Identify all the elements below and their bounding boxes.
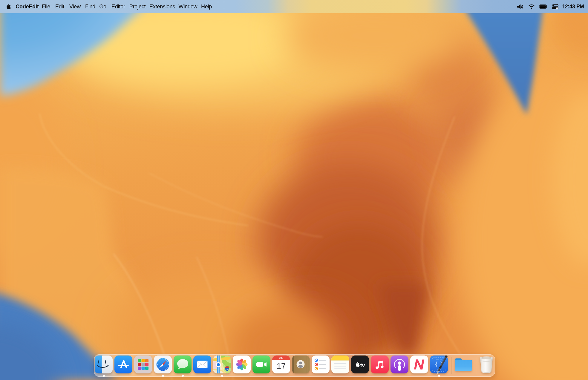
svg-text:JUL: JUL xyxy=(279,357,283,359)
svg-text:tv: tv xyxy=(360,362,365,368)
svg-text:280: 280 xyxy=(225,368,229,370)
svg-text:17: 17 xyxy=(277,362,286,371)
